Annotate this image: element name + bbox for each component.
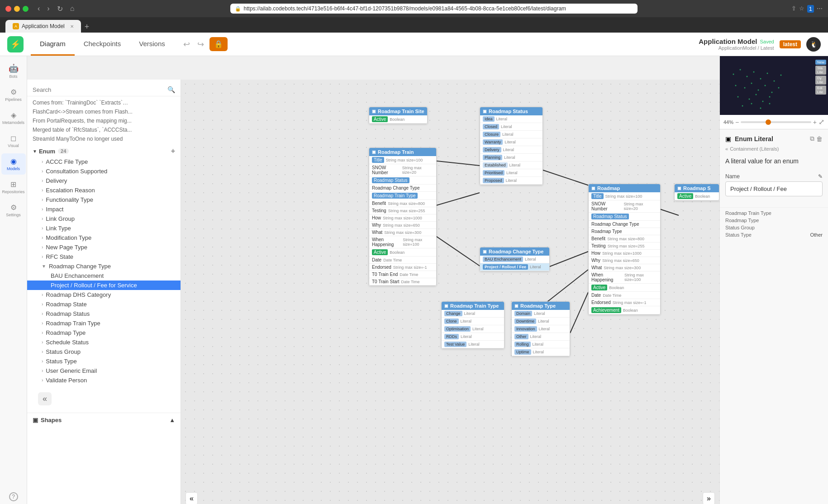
- recent-item-2[interactable]: From PortalRequests, the mapping mig...: [27, 116, 181, 125]
- address-bar[interactable]: 🔒 https://ailab.codebots.tech/4713e516-b…: [230, 4, 638, 14]
- home-button[interactable]: ⌂: [68, 4, 76, 14]
- nav-item-modification-type[interactable]: › Modification Type: [27, 233, 181, 242]
- node-roadmap[interactable]: ▣ Roadmap TitleString max size=100 SNOW …: [588, 184, 661, 315]
- nav-item-consultation-supported[interactable]: › Consultation Supported: [27, 166, 181, 176]
- version-badge[interactable]: latest: [780, 40, 801, 48]
- recent-item-4[interactable]: StreamId ManyToOne no longer used: [27, 134, 181, 143]
- tab-diagram[interactable]: Diagram: [31, 33, 75, 56]
- shapes-section[interactable]: ▣ Shapes ▲: [27, 413, 181, 427]
- rtt-field-optimisation: OptimisationLiteral: [442, 325, 504, 333]
- maximize-button[interactable]: [23, 6, 29, 12]
- lock-button[interactable]: 🔒: [209, 37, 228, 51]
- nav-item-roadmap-state[interactable]: › Roadmap State: [27, 300, 181, 309]
- new-tab-button[interactable]: +: [82, 21, 92, 33]
- nav-item-escalation-reason[interactable]: › Escalation Reason: [27, 185, 181, 195]
- sidebar-item-repositories[interactable]: ⊞ Repositories: [1, 176, 26, 198]
- refresh-button[interactable]: ↻: [55, 4, 65, 14]
- recent-item-1[interactable]: FlashCard<->Stream comes from Flash...: [27, 107, 181, 116]
- nav-item-new-page-type[interactable]: › New Page Type: [27, 242, 181, 252]
- nav-item-roadmap-dhs-category[interactable]: › Roadmap DHS Category: [27, 290, 181, 300]
- tab-close-button[interactable]: ✕: [70, 24, 74, 29]
- prop-description: A literal value for an enum: [725, 157, 823, 166]
- tab-versions[interactable]: Versions: [130, 33, 174, 56]
- menu-icon[interactable]: ⋯: [817, 5, 823, 13]
- nav-left-button[interactable]: «: [186, 492, 198, 504]
- rt-field-why: WhyString max size=650: [369, 222, 436, 229]
- nav-right-button[interactable]: »: [703, 492, 715, 504]
- nav-item-bau-enchancement[interactable]: BAU Enchancement: [27, 271, 181, 281]
- mini-scatter-chart: [724, 61, 788, 115]
- chevron-right-icon: ›: [42, 254, 43, 259]
- minimize-button[interactable]: [14, 6, 20, 12]
- main-canvas[interactable]: ▣ Roadmap Train Site Active Boolean ▣ Ro…: [181, 80, 719, 504]
- add-enum-button[interactable]: +: [171, 147, 175, 155]
- svg-point-16: [744, 87, 746, 89]
- back-button[interactable]: ‹: [36, 4, 42, 14]
- recent-item-0[interactable]: Comes from: `TrainingDoc` `Extracts`…: [27, 98, 181, 107]
- nav-item-rfc-state[interactable]: › RFC State: [27, 252, 181, 262]
- nav-item-link-type[interactable]: › Link Type: [27, 223, 181, 233]
- r-field-achievement: AchievementBoolean: [589, 306, 660, 314]
- tab-checkpoints[interactable]: Checkpoints: [75, 33, 130, 56]
- tab-favicon: A: [13, 23, 19, 29]
- nav-item-project-rollout[interactable]: Project / Rollout / Fee for Service: [27, 281, 181, 290]
- nav-item-delivery[interactable]: › Delivery: [27, 176, 181, 185]
- nav-label: Functionality Type: [46, 196, 93, 203]
- rt-field-t0-end: T0 Train EndDate Time: [369, 271, 436, 278]
- browser-tab-app-model[interactable]: A Application Model ✕: [5, 20, 81, 33]
- zoom-slider[interactable]: [741, 121, 811, 123]
- nav-item-validate-person[interactable]: › Validate Person: [27, 376, 181, 385]
- nav-item-user-generic-email[interactable]: › User Generic Email: [27, 366, 181, 376]
- nav-item-schedule-status[interactable]: › Schedule Status: [27, 338, 181, 347]
- nav-item-impact[interactable]: › Impact: [27, 204, 181, 214]
- copy-button[interactable]: ⧉: [810, 135, 814, 143]
- sidebar-item-metamodels[interactable]: ◈ Metamodels: [1, 107, 26, 128]
- enum-section-header[interactable]: ▼ Enum 24 +: [27, 145, 181, 157]
- search-icon[interactable]: 🔍: [167, 86, 175, 93]
- user-avatar[interactable]: 🐧: [806, 37, 821, 52]
- sidebar-item-visual[interactable]: ◻ Visual: [1, 130, 26, 152]
- nav-item-functionality-type[interactable]: › Functionality Type: [27, 195, 181, 204]
- sidebar-item-help[interactable]: ?: [1, 489, 26, 504]
- recent-items-list: Comes from: `TrainingDoc` `Extracts`… Fl…: [27, 96, 181, 145]
- node-roadmap-partial[interactable]: ▣ Roadmap S ActiveBoolean: [674, 184, 719, 201]
- expand-canvas-button[interactable]: ⤢: [818, 118, 824, 126]
- field-delivery: DeliveryLiteral: [480, 146, 542, 154]
- sidebar-item-settings[interactable]: ⚙ Settings: [1, 200, 26, 221]
- redo-button[interactable]: ↪: [195, 38, 206, 51]
- nav-label: Status Group: [46, 348, 81, 355]
- close-button[interactable]: [5, 6, 11, 12]
- collapse-panel-button[interactable]: «: [38, 392, 52, 405]
- nav-item-link-group[interactable]: › Link Group: [27, 214, 181, 223]
- zoom-out-button[interactable]: −: [735, 119, 739, 126]
- node-roadmap-train[interactable]: ▣ Roadmap Train TitleString max size=100…: [369, 147, 437, 286]
- extension-icon[interactable]: 1: [807, 5, 814, 13]
- nav-item-status-type[interactable]: › Status Type: [27, 357, 181, 366]
- nav-item-status-group[interactable]: › Status Group: [27, 347, 181, 357]
- delete-button[interactable]: 🗑: [816, 135, 823, 143]
- recent-item-3[interactable]: Merged table of `RfcStatus`, `ACCCSta...: [27, 125, 181, 134]
- name-value[interactable]: Project / Rollout / Fee: [725, 181, 823, 196]
- nav-item-roadmap-status[interactable]: › Roadmap Status: [27, 309, 181, 319]
- edit-icon[interactable]: ✎: [818, 173, 823, 180]
- search-input[interactable]: [33, 86, 167, 93]
- share-icon[interactable]: ⇧: [791, 5, 796, 13]
- node-roadmap-train-site[interactable]: ▣ Roadmap Train Site Active Boolean: [369, 107, 428, 124]
- node-roadmap-status-enum[interactable]: ▣ Roadmap Status IdeaLiteral ClosedLiter…: [480, 107, 543, 185]
- enum-section-label: Enum: [39, 148, 55, 155]
- sidebar-item-bots[interactable]: 🤖 Bots: [1, 60, 26, 82]
- node-roadmap-change-type[interactable]: ▣ Roadmap Change Type BAU EnchancementLi…: [480, 247, 550, 271]
- undo-button[interactable]: ↩: [181, 38, 192, 51]
- sidebar-item-pipelines[interactable]: ⚙ Pipelines: [1, 84, 26, 105]
- zoom-in-button[interactable]: +: [813, 119, 817, 126]
- nav-item-roadmap-type[interactable]: › Roadmap Type: [27, 328, 181, 338]
- nav-item-roadmap-change-type[interactable]: ▼ Roadmap Change Type: [27, 262, 181, 271]
- sidebar-item-models[interactable]: ◉ Models: [1, 153, 26, 175]
- nav-item-roadmap-train-type[interactable]: › Roadmap Train Type: [27, 319, 181, 328]
- bookmark-icon[interactable]: ☆: [799, 5, 804, 13]
- tab-versions-label: Versions: [139, 40, 165, 48]
- forward-button[interactable]: ›: [45, 4, 51, 14]
- nav-item-accc-file-type[interactable]: › ACCC File Type: [27, 157, 181, 166]
- node-roadmap-type[interactable]: ▣ Roadmap Type DomainLiteral DowntimeLit…: [511, 301, 570, 357]
- node-roadmap-train-type[interactable]: ▣ Roadmap Train Type ChangeLiteral Clone…: [441, 301, 504, 349]
